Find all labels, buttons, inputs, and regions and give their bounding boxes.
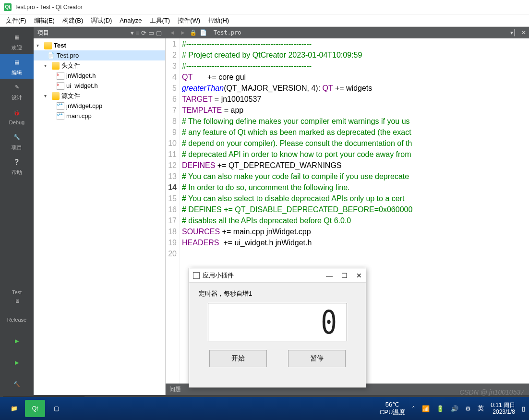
popup-widget-window[interactable]: 应用小插件 — ☐ ✕ 定时器，每秒自增1 0 开始 暂停 <box>189 268 366 388</box>
clock-time: 0:11 周日 <box>491 402 515 408</box>
windows-taskbar[interactable]: 📁 Qt ▢ 56℃ CPU温度 ˄ 📶 🔋 🔊 ⚙ 英 0:11 周日 202… <box>0 397 529 420</box>
mode-sidebar: ▦ 欢迎 ▤ 编辑 ✎ 设计 🐞 Debug 🔧 项目 ❔ 帮助 Test 🖥 <box>0 27 34 395</box>
popup-title: 应用小插件 <box>203 271 234 280</box>
lcd-value: 0 <box>321 303 337 341</box>
tree-root-label: Test <box>54 42 66 49</box>
question-icon: ❔ <box>11 156 23 168</box>
wrench-icon: 🔧 <box>11 132 23 143</box>
filter-icon[interactable]: ▾ ≡ <box>131 29 139 36</box>
tree-file-label: jnWidget.h <box>66 72 96 79</box>
hammer-icon: 🔨 <box>11 379 23 390</box>
clock-date: 2023/1/8 <box>491 408 515 415</box>
grid-icon: ▦ <box>11 32 23 43</box>
tree-file-label: ui_widget.h <box>66 82 98 89</box>
sync-icon[interactable]: ⟳ <box>141 29 146 36</box>
split-icon[interactable]: ▭ <box>148 29 154 36</box>
usb-icon[interactable]: ⚙ <box>465 405 471 412</box>
close-panel-icon[interactable]: ▢ <box>156 29 162 36</box>
tree-header-file[interactable]: h ui_widget.h <box>34 81 165 91</box>
folder-icon <box>44 42 52 49</box>
close-icon[interactable]: ✕ <box>356 272 362 279</box>
tree-file-label: jnWidget.cpp <box>66 102 102 109</box>
nav-back-icon[interactable]: ◄ <box>168 29 176 36</box>
tray-chevron-icon[interactable]: ˄ <box>412 405 415 412</box>
tree-sources-folder[interactable]: ▾ 源文件 <box>34 91 165 101</box>
file-icon: 📄 <box>200 29 207 36</box>
build-button[interactable]: 🔨 <box>0 373 34 395</box>
cpp-file-icon: c++ <box>57 112 64 120</box>
play-bug-icon: ▶ <box>11 357 23 369</box>
mode-debug-label: Debug <box>9 120 24 125</box>
tree-header-file[interactable]: h jnWidget.h <box>34 71 165 81</box>
menu-help[interactable]: 帮助(H) <box>204 14 233 27</box>
popup-hint: 定时器，每秒自增1 <box>199 289 356 298</box>
menu-analyze[interactable]: Analyze <box>116 15 145 26</box>
close-tab-icon[interactable]: ✕ <box>521 29 526 36</box>
ime-indicator[interactable]: 英 <box>478 404 484 413</box>
tree-sources-label: 源文件 <box>61 92 80 100</box>
run-debug-button[interactable]: ▶ <box>0 352 34 373</box>
monitor-icon: 🖥 <box>11 295 23 307</box>
mode-edit-label: 编辑 <box>12 69 22 76</box>
play-icon: ▶ <box>11 336 23 347</box>
build-mode[interactable]: Release <box>0 309 34 330</box>
taskbar-explorer[interactable]: 📁 <box>4 400 24 417</box>
nav-fwd-icon[interactable]: ► <box>179 29 187 36</box>
tree-pro-file[interactable]: 📄 Test.pro <box>34 50 165 60</box>
run-button[interactable]: ▶ <box>0 330 34 352</box>
taskbar-app[interactable]: ▢ <box>46 400 66 417</box>
notifications-icon[interactable]: ▯ <box>522 405 525 412</box>
menu-widgets[interactable]: 控件(W) <box>174 14 204 27</box>
mode-welcome[interactable]: ▦ 欢迎 <box>0 29 34 54</box>
start-button[interactable]: 开始 <box>209 350 267 367</box>
qt-app-icon: Qt <box>4 3 12 11</box>
menu-build[interactable]: 构建(B) <box>59 14 87 27</box>
pause-button[interactable]: 暂停 <box>288 350 346 367</box>
menubar: 文件(F) 编辑(E) 构建(B) 调试(D) Analyze 工具(T) 控件… <box>0 14 529 27</box>
menu-debug[interactable]: 调试(D) <box>87 14 116 27</box>
tree-source-file[interactable]: c++ jnWidget.cpp <box>34 101 165 111</box>
cpp-file-icon: c++ <box>57 102 64 110</box>
tree-headers-folder[interactable]: ▾ 头文件 <box>34 60 165 71</box>
volume-icon[interactable]: 🔊 <box>451 405 458 412</box>
editor-tabbar: ◄ ► 🔒 📄 Test.pro ▾│ ✕ <box>166 27 529 38</box>
taskbar-qtcreator[interactable]: Qt <box>25 400 45 417</box>
menu-tools[interactable]: 工具(T) <box>146 14 174 27</box>
lock-icon[interactable]: 🔒 <box>190 29 197 36</box>
cpu-temp-value: 56℃ <box>380 401 405 408</box>
mode-debug[interactable]: 🐞 Debug <box>0 104 34 129</box>
bug-icon: 🐞 <box>11 107 23 119</box>
mode-project[interactable]: 🔧 项目 <box>0 129 34 154</box>
menu-file[interactable]: 文件(F) <box>2 14 30 27</box>
minimize-icon[interactable]: — <box>326 272 333 279</box>
maximize-icon[interactable]: ☐ <box>341 272 348 279</box>
open-file-tab[interactable]: Test.pro <box>210 28 245 37</box>
battery-icon[interactable]: 🔋 <box>436 405 444 412</box>
tree-source-file[interactable]: c++ main.cpp <box>34 111 165 121</box>
project-panel-title: 项目 <box>37 29 49 37</box>
kit-name: Test <box>12 289 22 295</box>
project-tree[interactable]: ▾ Test 📄 Test.pro ▾ 头文件 h jnWidget.h h <box>34 38 166 395</box>
window-titlebar: Qt Test.pro - Test - Qt Creator <box>0 0 529 14</box>
folder-icon <box>52 62 60 70</box>
cpu-temp-widget[interactable]: 56℃ CPU温度 <box>380 401 405 416</box>
tree-root[interactable]: ▾ Test <box>34 40 165 50</box>
taskbar-clock[interactable]: 0:11 周日 2023/1/8 <box>491 402 515 416</box>
mode-design-label: 设计 <box>12 94 22 101</box>
document-icon: ▤ <box>11 57 23 68</box>
mode-welcome-label: 欢迎 <box>12 44 22 51</box>
mode-help-label: 帮助 <box>12 169 22 176</box>
tree-file-label: main.cpp <box>66 112 92 120</box>
tab-dropdown-icon[interactable]: ▾│ <box>510 29 517 36</box>
mode-help[interactable]: ❔ 帮助 <box>0 154 34 179</box>
mode-edit[interactable]: ▤ 编辑 <box>0 54 34 79</box>
cpu-temp-label: CPU温度 <box>380 408 405 416</box>
menu-edit[interactable]: 编辑(E) <box>30 14 59 27</box>
kit-selector[interactable]: Test 🖥 <box>0 287 34 309</box>
mode-design[interactable]: ✎ 设计 <box>0 79 34 104</box>
popup-titlebar[interactable]: 应用小插件 — ☐ ✕ <box>189 268 366 283</box>
window-icon <box>193 272 200 279</box>
window-title: Test.pro - Test - Qt Creator <box>14 4 83 11</box>
wifi-icon[interactable]: 📶 <box>422 405 430 412</box>
tree-headers-label: 头文件 <box>61 61 80 70</box>
